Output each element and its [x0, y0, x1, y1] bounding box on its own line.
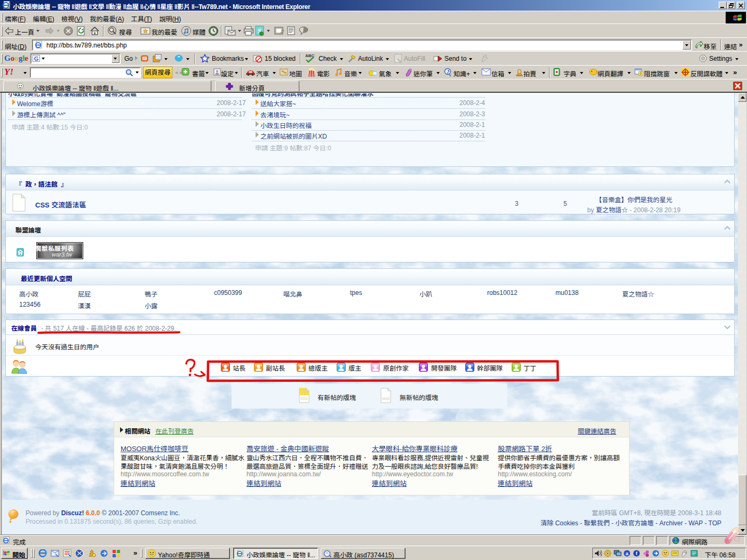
- svg-text:”: ”: [178, 55, 180, 61]
